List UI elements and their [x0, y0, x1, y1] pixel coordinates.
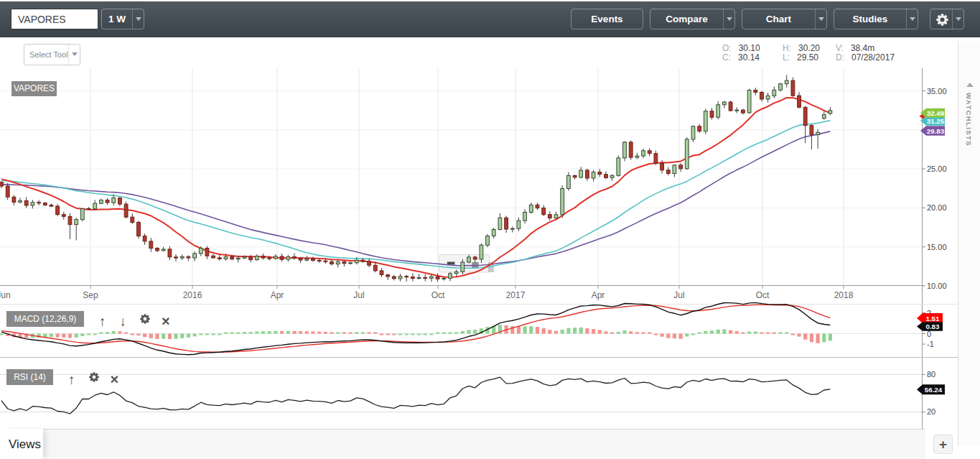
svg-text:35.00: 35.00 [927, 87, 947, 96]
svg-text:Oct: Oct [756, 290, 770, 300]
svg-text:2016: 2016 [183, 290, 202, 300]
svg-text:80: 80 [927, 370, 935, 379]
svg-text:25.00: 25.00 [927, 164, 947, 173]
svg-text:Oct: Oct [431, 290, 445, 300]
svg-text:31.25: 31.25 [927, 117, 945, 125]
svg-text:20: 20 [927, 407, 935, 416]
svg-text:Apr: Apr [271, 290, 284, 300]
svg-text:20.00: 20.00 [927, 203, 947, 212]
svg-text:1.51: 1.51 [925, 315, 940, 323]
svg-text:56.24: 56.24 [925, 386, 943, 394]
svg-text:Apr: Apr [592, 290, 605, 300]
svg-text:32.49: 32.49 [927, 109, 945, 117]
svg-text:29.83: 29.83 [927, 127, 945, 135]
svg-text:10.00: 10.00 [927, 282, 947, 290]
svg-text:Jun: Jun [0, 290, 11, 300]
svg-text:-1: -1 [927, 340, 934, 348]
svg-text:15.00: 15.00 [927, 243, 947, 251]
svg-text:Jul: Jul [353, 290, 364, 300]
svg-text:2018: 2018 [834, 290, 854, 300]
svg-text:Sep: Sep [83, 290, 98, 300]
svg-text:Jul: Jul [673, 290, 684, 300]
svg-text:0.83: 0.83 [925, 323, 940, 330]
svg-text:2017: 2017 [506, 290, 526, 300]
